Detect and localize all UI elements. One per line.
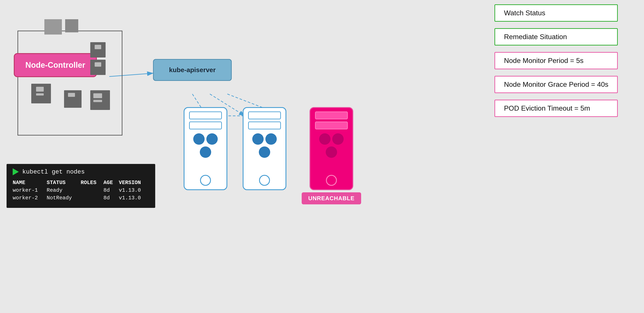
col-status: STATUS (47, 179, 81, 186)
win-3 (36, 87, 44, 92)
worker-node-2 (243, 107, 286, 204)
node-3-pods (313, 133, 350, 158)
table-row: worker-2 NotReady 8d v1.13.0 (13, 194, 149, 202)
kube-apiserver-label: kube-apiserver (169, 66, 216, 74)
node-1-slot-1 (189, 112, 222, 119)
cell-roles (81, 194, 104, 202)
pod-2-2 (266, 133, 277, 145)
node-controller-box: Node-Controller (14, 53, 97, 77)
play-icon (13, 168, 19, 175)
node-2-slot-2 (248, 122, 281, 130)
node-1-body (184, 107, 227, 190)
pod-3-1 (319, 133, 330, 145)
info-box-4: POD Eviction Timeout = 5m (494, 100, 618, 117)
win-4 (68, 93, 75, 97)
node-2-pods (246, 133, 283, 158)
inner-square-3 (31, 84, 51, 104)
node-2-circle (259, 175, 270, 186)
cell-age: 8d (104, 186, 119, 194)
cell-version: v1.13.0 (119, 194, 149, 202)
top-square-1 (44, 19, 62, 34)
cell-age: 8d (104, 194, 119, 202)
win-1 (95, 45, 101, 49)
cell-roles (81, 186, 104, 194)
node-1-circle (200, 175, 211, 186)
unreachable-badge: UNREACHABLE (302, 192, 361, 204)
node-3-body (310, 107, 353, 190)
info-box-1: Remediate Situation (494, 28, 618, 46)
node-1-pods (187, 133, 224, 158)
terminal-block: kubectl get nodes NAME STATUS ROLES AGE … (6, 164, 155, 208)
col-age: AGE (104, 179, 119, 186)
table-header-row: NAME STATUS ROLES AGE VERSION (13, 179, 149, 186)
node-1-slot-2 (189, 122, 222, 130)
node-2-slot-1 (248, 112, 281, 119)
terminal-header: kubectl get nodes (13, 168, 149, 175)
cell-status: Ready (47, 186, 81, 194)
inner-square-5 (90, 90, 110, 110)
nodes-table: NAME STATUS ROLES AGE VERSION worker-1 R… (13, 179, 149, 202)
pod-3-3 (326, 146, 337, 158)
terminal-command: kubectl get nodes (22, 168, 85, 175)
win-5b (93, 100, 102, 102)
kube-apiserver-box: kube-apiserver (153, 59, 232, 81)
inner-square-1 (90, 42, 106, 58)
info-box-0: Watch Status (494, 4, 618, 22)
win-5 (93, 93, 102, 98)
cell-status: NotReady (47, 194, 81, 202)
node-controller-label: Node-Controller (25, 60, 85, 70)
inner-square-4 (64, 90, 82, 108)
col-name: NAME (13, 179, 47, 186)
node-3-circle (326, 175, 337, 186)
pod-1-2 (206, 133, 218, 145)
pod-1-3 (200, 146, 211, 158)
pod-2-3 (259, 146, 270, 158)
pod-3-2 (332, 133, 344, 145)
inner-square-2 (90, 60, 106, 75)
cell-name: worker-2 (13, 194, 47, 202)
pod-1-1 (193, 133, 204, 145)
pod-2-1 (252, 133, 264, 145)
controller-manager-diagram: Node-Controller (9, 18, 131, 144)
outer-box: Node-Controller (18, 30, 122, 136)
info-box-2: Node Monitor Period = 5s (494, 52, 618, 69)
cell-version: v1.13.0 (119, 186, 149, 194)
worker-node-3: UNREACHABLE (302, 107, 361, 204)
cell-name: worker-1 (13, 186, 47, 194)
win-2 (95, 62, 101, 67)
info-box-3: Node Monitor Grace Period = 40s (494, 76, 618, 93)
worker-node-1 (184, 107, 227, 204)
node-2-body (243, 107, 286, 190)
col-roles: ROLES (81, 179, 104, 186)
info-panel: Watch StatusRemediate SituationNode Moni… (494, 4, 618, 117)
table-row: worker-1 Ready 8d v1.13.0 (13, 186, 149, 194)
node-3-slot-1 (315, 112, 348, 119)
col-version: VERSION (119, 179, 149, 186)
node-3-slot-2 (315, 122, 348, 130)
top-square-2 (65, 19, 78, 32)
win-3b (36, 93, 44, 96)
worker-nodes-container: UNREACHABLE (184, 107, 361, 204)
